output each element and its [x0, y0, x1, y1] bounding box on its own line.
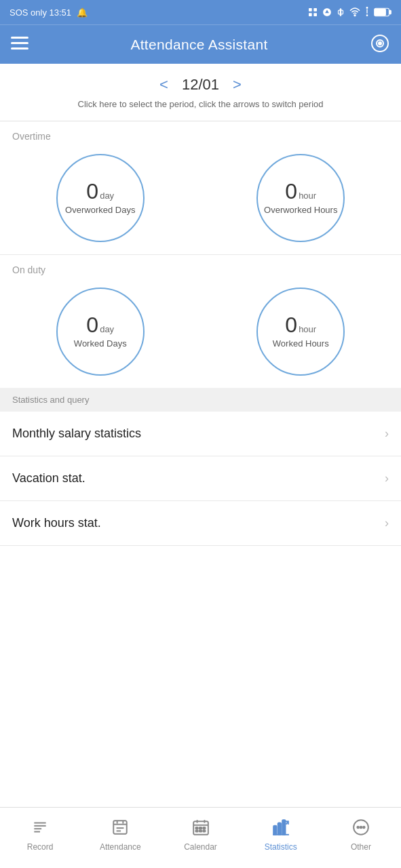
svg-rect-12	[389, 10, 391, 14]
overworked-hours-circle: 0 hour Overworked Hours	[256, 154, 345, 242]
onduty-section: On duty	[0, 255, 401, 285]
overtime-circles: 0 day Overworked Days 0 hour Overworked …	[0, 151, 401, 254]
nav-statistics-label: Statistics	[265, 842, 297, 852]
other-icon	[352, 818, 370, 839]
overworked-hours-label: Overworked Hours	[264, 205, 337, 215]
overworked-hours-item: 0 hour Overworked Hours	[256, 154, 345, 242]
date-hint-text: Click here to select the period, click t…	[78, 98, 324, 111]
nav-record-label: Record	[27, 842, 54, 852]
svg-point-6	[354, 15, 356, 16]
svg-rect-33	[195, 827, 197, 829]
svg-rect-7	[366, 7, 368, 9]
calendar-icon	[192, 818, 210, 839]
svg-rect-14	[11, 42, 28, 44]
overworked-hours-unit: hour	[299, 191, 316, 201]
status-sos: SOS only 13:51	[9, 7, 71, 18]
svg-rect-8	[366, 9, 367, 14]
svg-rect-35	[203, 827, 205, 829]
stats-query-header: Statistics and query	[0, 388, 401, 412]
svg-point-9	[366, 14, 368, 16]
overtime-section: Overtime	[0, 121, 401, 151]
svg-rect-1	[313, 8, 317, 12]
overworked-days-label: Overworked Days	[65, 205, 135, 215]
svg-rect-0	[309, 8, 312, 12]
camera-icon[interactable]	[370, 33, 390, 56]
monthly-salary-label: Monthly salary statistics	[12, 427, 141, 441]
next-period-button[interactable]: >	[233, 76, 242, 94]
overworked-days-circle: 0 day Overworked Days	[56, 154, 145, 242]
onduty-label: On duty	[12, 264, 389, 275]
svg-rect-4	[340, 8, 341, 16]
vacation-stat-label: Vacation stat.	[12, 471, 85, 486]
chevron-right-icon-1: ›	[385, 427, 389, 441]
svg-rect-40	[278, 823, 280, 835]
svg-rect-2	[309, 13, 312, 16]
worked-hours-unit: hour	[299, 324, 316, 334]
statistics-icon	[272, 818, 290, 839]
work-hours-stat-label: Work hours stat.	[12, 516, 101, 530]
work-hours-stat-item[interactable]: Work hours stat. ›	[0, 501, 401, 546]
worked-days-label: Worked Days	[74, 338, 127, 349]
svg-rect-23	[114, 821, 128, 834]
svg-rect-13	[11, 37, 28, 39]
hamburger-icon[interactable]	[11, 37, 28, 53]
chevron-right-icon-2: ›	[385, 471, 389, 486]
svg-rect-37	[199, 830, 201, 831]
status-right-icons	[307, 7, 392, 18]
overtime-label: Overtime	[12, 131, 389, 142]
overworked-days-value: 0	[86, 180, 98, 202]
svg-rect-36	[195, 830, 197, 831]
worked-days-unit: day	[100, 324, 114, 334]
nav-statistics[interactable]: Statistics	[241, 818, 321, 852]
prev-period-button[interactable]: <	[159, 76, 168, 94]
status-bar: SOS only 13:51 🔔	[0, 0, 401, 24]
worked-days-circle: 0 day Worked Days	[56, 288, 145, 376]
nav-calendar-label: Calendar	[184, 842, 217, 852]
app-header: Attendance Assistant	[0, 24, 401, 64]
app-title: Attendance Assistant	[130, 37, 267, 53]
overworked-days-unit: day	[100, 191, 114, 201]
svg-point-45	[363, 827, 365, 829]
content-spacer	[0, 546, 401, 808]
chevron-right-icon-3: ›	[385, 516, 389, 530]
svg-point-43	[357, 827, 359, 829]
nav-other-label: Other	[351, 842, 371, 852]
worked-hours-label: Worked Hours	[273, 338, 329, 349]
overworked-hours-value: 0	[285, 180, 297, 202]
worked-days-value: 0	[86, 314, 98, 336]
svg-rect-15	[11, 47, 28, 50]
nav-record[interactable]: Record	[0, 818, 80, 852]
worked-days-item: 0 day Worked Days	[56, 288, 145, 376]
onduty-circles: 0 day Worked Days 0 hour Worked Hours	[0, 285, 401, 388]
worked-hours-item: 0 hour Worked Hours	[256, 288, 345, 376]
svg-rect-11	[375, 9, 385, 16]
svg-rect-3	[313, 13, 317, 16]
svg-rect-41	[282, 820, 285, 835]
record-icon	[31, 818, 49, 839]
svg-point-44	[360, 827, 362, 829]
attendance-icon	[111, 818, 129, 839]
nav-attendance-label: Attendance	[100, 842, 141, 852]
svg-rect-38	[203, 830, 205, 831]
date-navigation: < 12/01 > Click here to select the perio…	[0, 64, 401, 121]
nav-calendar[interactable]: Calendar	[160, 818, 240, 852]
monthly-salary-item[interactable]: Monthly salary statistics ›	[0, 412, 401, 456]
overworked-days-item: 0 day Overworked Days	[56, 154, 145, 242]
nav-attendance[interactable]: Attendance	[80, 818, 160, 852]
svg-rect-34	[199, 827, 201, 829]
current-date[interactable]: 12/01	[182, 76, 219, 94]
nav-other[interactable]: Other	[321, 818, 401, 852]
worked-hours-circle: 0 hour Worked Hours	[256, 288, 345, 376]
bottom-navigation: Record Attendance	[0, 807, 401, 868]
bell-icon: 🔔	[77, 7, 88, 18]
worked-hours-value: 0	[285, 314, 297, 336]
svg-point-18	[379, 42, 381, 45]
vacation-stat-item[interactable]: Vacation stat. ›	[0, 456, 401, 501]
svg-rect-39	[273, 826, 276, 835]
